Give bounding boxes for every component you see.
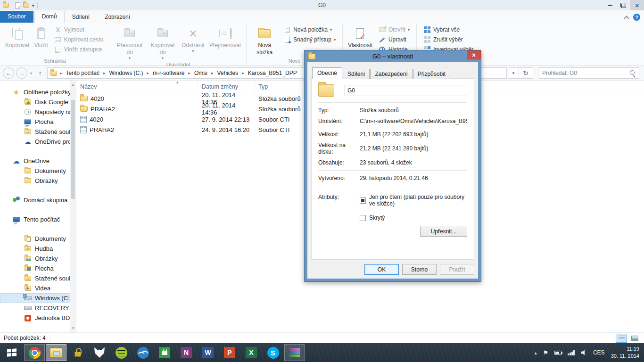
dialog-tab-zabezpeceni[interactable]: Zabezpečení [370, 69, 412, 79]
tray-expand-icon[interactable] [535, 349, 537, 356]
move-to-button[interactable]: Přesunout do [113, 24, 146, 61]
breadcrumb-item[interactable]: Karosa_B951_DPP [246, 70, 299, 76]
open-button[interactable]: Otevřít▾ [377, 25, 412, 34]
sidebar-item-desktop-pc[interactable]: Plocha [0, 263, 76, 273]
sidebar-item-this-pc[interactable]: Tento počítač [0, 214, 76, 224]
qat-new-folder-icon[interactable] [23, 3, 29, 8]
sidebar-item-windows-c[interactable]: Windows (C:) [0, 293, 76, 303]
taskbar-skype[interactable] [263, 344, 283, 361]
volume-icon[interactable] [581, 350, 587, 355]
sidebar-item-music[interactable]: Hudba [0, 244, 76, 254]
easy-access-button[interactable]: Snadný přístup▾ [281, 35, 338, 44]
taskbar-explorer[interactable] [46, 344, 66, 361]
sidebar-item-od-documents[interactable]: Dokumenty [0, 166, 76, 176]
dialog-tab-obecne[interactable]: Obecné [312, 67, 342, 79]
taskbar-excel[interactable] [241, 344, 262, 361]
taskbar-store[interactable] [154, 344, 175, 361]
taskbar-keepass[interactable] [67, 344, 88, 361]
copy-path-button[interactable]: Kopírovat cestu [52, 35, 105, 44]
sidebar-item-onedrive[interactable]: OneDrive [0, 156, 76, 166]
sidebar-item-downloads[interactable]: Stažené soubory [0, 127, 76, 137]
new-folder-button[interactable]: Nová složka [249, 24, 280, 57]
search-input[interactable]: Prohledat: G0 [539, 67, 639, 79]
dialog-close-button[interactable] [467, 50, 481, 59]
hidden-checkbox[interactable] [360, 215, 366, 221]
details-view-button[interactable] [616, 334, 627, 343]
battery-icon[interactable] [554, 351, 561, 355]
column-header-name[interactable]: Název [76, 81, 198, 93]
copy-to-button[interactable]: Kopírovat do [146, 24, 179, 61]
taskbar-spotify[interactable] [111, 344, 132, 361]
copy-button[interactable]: Kopírovat [3, 24, 32, 50]
advanced-button[interactable]: Upřesnit... [420, 226, 467, 237]
delete-button[interactable]: Odstranit [179, 24, 207, 54]
apply-button[interactable]: Použít [440, 264, 474, 275]
column-header-type[interactable]: Typ [255, 81, 306, 93]
taskbar-winrar[interactable] [284, 344, 305, 361]
tab-sdileni[interactable]: Sdílení [65, 12, 97, 23]
taskbar-powerpoint[interactable] [219, 344, 240, 361]
dialog-tab-prizpusobit[interactable]: Přizpůsobit [413, 69, 450, 79]
tab-domu[interactable]: Domů [34, 11, 65, 23]
column-header-date[interactable]: Datum změny [198, 81, 255, 93]
sidebar-item-downloads-pc[interactable]: Stažené soubory [0, 273, 76, 283]
paste-shortcut-button[interactable]: Vložit zástupce [52, 45, 105, 54]
sidebar-item-recovery-d[interactable]: RECOVERY (D:) [0, 303, 76, 313]
taskbar-word[interactable] [198, 344, 218, 361]
sidebar-item-onedrive-business[interactable]: OneDrive pro firmy [0, 137, 76, 147]
paste-button[interactable]: Vložit [32, 24, 50, 50]
sidebar-item-pictures[interactable]: Obrázky [0, 254, 76, 263]
sidebar-item-recent[interactable]: Naposledy navštívené [0, 107, 76, 117]
taskbar-foobar2000[interactable] [89, 344, 110, 361]
scroll-up-icon[interactable]: ▲ [71, 81, 75, 89]
taskbar-chrome[interactable] [24, 344, 45, 361]
sidebar-scrollbar[interactable]: ▲ ▼ [70, 81, 76, 332]
breadcrumb-item[interactable]: Omsi [192, 70, 210, 76]
folder-name-input[interactable]: G0 [345, 85, 467, 96]
select-none-button[interactable]: Zrušit výběr [421, 35, 475, 44]
restore-button[interactable] [617, 0, 630, 10]
qat-properties-icon[interactable] [15, 2, 20, 8]
help-icon[interactable] [633, 14, 640, 21]
clock[interactable]: 11:19 30. 11. 2014 [611, 346, 639, 360]
new-item-button[interactable]: Nová položka▾ [281, 25, 338, 34]
breadcrumb-item[interactable]: Windows (C:) [107, 70, 145, 76]
cut-button[interactable]: Vyjmout [52, 25, 105, 34]
network-signal-icon[interactable] [568, 350, 575, 355]
sidebar-item-homegroup[interactable]: Domácí skupina [0, 195, 76, 205]
breadcrumb-item[interactable]: m-r-software [150, 70, 187, 76]
action-center-icon[interactable] [543, 349, 549, 356]
minimize-button[interactable] [603, 0, 617, 10]
recent-locations-icon[interactable]: ▾ [29, 71, 33, 75]
readonly-checkbox[interactable] [360, 197, 366, 204]
ok-button[interactable]: OK [364, 264, 399, 275]
close-button[interactable] [630, 0, 644, 10]
breadcrumb-item[interactable]: Tento počítač [64, 70, 102, 76]
thumbnails-view-button[interactable] [629, 334, 640, 343]
cancel-button[interactable]: Storno [402, 264, 437, 275]
sidebar-item-od-pictures[interactable]: Obrázky [0, 176, 76, 186]
dialog-tab-sdileni[interactable]: Sdílení [343, 69, 370, 79]
tab-soubor[interactable]: Soubor [0, 11, 33, 23]
sidebar-item-favorites[interactable]: Oblíbené položky [0, 87, 76, 97]
edit-button[interactable]: Upravit [377, 35, 412, 44]
forward-button[interactable]: → [16, 67, 27, 79]
language-indicator[interactable]: CES [593, 349, 605, 356]
select-all-button[interactable]: Vybrat vše [421, 25, 475, 34]
ribbon-collapse-icon[interactable] [624, 15, 628, 19]
sidebar-item-bdrom[interactable]: Jednotka BD-ROM [0, 313, 76, 323]
up-button[interactable]: ↑ [35, 68, 45, 78]
address-dropdown-icon[interactable] [509, 68, 519, 78]
sidebar-item-videos[interactable]: Videa [0, 283, 76, 293]
sidebar-item-desktop[interactable]: Plocha [0, 117, 76, 127]
scroll-down-icon[interactable]: ▼ [71, 324, 75, 332]
breadcrumb-item[interactable]: Vehicles [215, 70, 240, 76]
sidebar-item-documents[interactable]: Dokumenty [0, 234, 76, 244]
scrollbar-thumb[interactable] [71, 100, 75, 199]
refresh-icon[interactable] [519, 69, 533, 77]
taskbar-onenote[interactable] [176, 344, 197, 361]
back-button[interactable]: ← [3, 67, 14, 79]
taskbar-openoffice[interactable] [132, 344, 153, 361]
qat-customize-icon[interactable]: ▾ [32, 3, 34, 8]
sidebar-item-disk-google[interactable]: Disk Google [0, 97, 76, 107]
